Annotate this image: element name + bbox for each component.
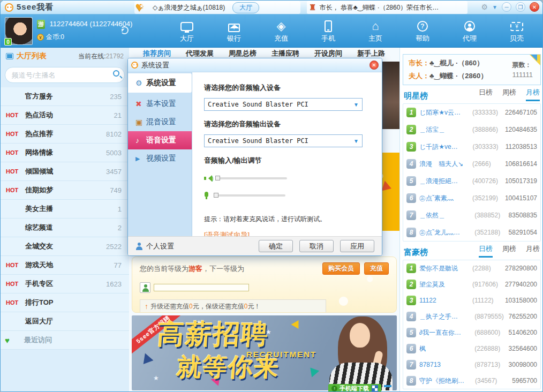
dialog-nav-video[interactable]: 视频设置 xyxy=(128,149,192,168)
microphone-volume-slider[interactable] xyxy=(216,194,285,197)
sidebar-item-beauty-city[interactable]: HOT倾国倾城3457 xyxy=(1,162,129,181)
dialog-nav-system[interactable]: 系统设置 xyxy=(128,73,192,93)
dialog-nav-voice[interactable]: 语音设置 xyxy=(128,131,192,149)
speaker-volume-slider[interactable] xyxy=(217,177,287,179)
main-area: 大厅列表 当前在线:21792 官方服务235 HOT热点活动21 HOT热点推… xyxy=(1,48,543,392)
ok-button[interactable]: 确定 xyxy=(259,240,293,252)
settings-gear-icon[interactable] xyxy=(481,3,488,11)
nav-item-help[interactable]: ? 帮助 xyxy=(399,14,446,48)
mayor-line: 市长： ♣‿棍儿 ·（860） xyxy=(409,57,487,70)
rank-row: 1爱你不是聽说(2288)278290800 xyxy=(403,260,540,276)
nav-item-home[interactable]: ⌂ 主页 xyxy=(352,14,399,48)
tab-anchor-apply[interactable]: 主播应聘 xyxy=(272,49,299,58)
right-panel: 市长： ♣‿棍儿 ·（860） 夫人： ♣‿蝴蝶 ·（2860） 票数： 111… xyxy=(399,48,543,392)
mayor-box: 市长： ♣‿棍儿 ·（860） 夫人： ♣‿蝴蝶 ·（2860） 票数： 111… xyxy=(403,54,541,85)
rich-rank-title: 富豪榜 xyxy=(404,247,428,258)
star-tab-daily[interactable]: 日榜 xyxy=(479,88,493,101)
tab-recommend-rooms[interactable]: 推荐房间 xyxy=(143,49,171,58)
dialog-footer: 个人设置 确定 取消 应用 xyxy=(128,236,382,255)
sidebar-item-back-lobby[interactable]: 返回大厅 xyxy=(1,312,129,331)
sidebar-item-hot-recommend[interactable]: HOT热点推荐8102 xyxy=(1,125,129,144)
banner-model-image xyxy=(315,316,396,390)
recruitment-banner[interactable]: 5see官方招聘 高薪招聘 RECRUITMENT 就等你来 xyxy=(132,315,397,390)
rich-tab-daily[interactable]: 日榜 xyxy=(479,244,493,258)
apply-button[interactable]: 应用 xyxy=(340,240,374,252)
level-progress-bar xyxy=(154,284,249,291)
nav-item-recharge[interactable]: ◈ 充值 xyxy=(258,14,305,48)
star-tab-monthly[interactable]: 月榜 xyxy=(526,88,540,101)
rich-tab-weekly[interactable]: 周榜 xyxy=(502,244,516,258)
sidebar-item-recent[interactable]: 最近访问 xyxy=(1,331,129,350)
video-icon xyxy=(135,155,146,162)
nav-item-lobby[interactable]: 大厅 xyxy=(163,14,210,48)
up-arrow-icon xyxy=(145,302,148,311)
nav-item-agent[interactable]: 代理 xyxy=(446,14,493,48)
close-button[interactable] xyxy=(530,2,539,12)
dropdown-caret-icon xyxy=(353,138,359,144)
sidebar-item-official[interactable]: 官方服务235 xyxy=(1,87,129,106)
sidebar-item-friends[interactable]: 全城交友2522 xyxy=(1,237,129,256)
rank-row: 311122(11122)103158000 xyxy=(403,292,540,308)
channel-list: 官方服务235 HOT热点活动21 HOT热点推荐8102 HOT网络情缘500… xyxy=(1,87,129,350)
nav-item-shell[interactable]: 贝壳 xyxy=(493,14,540,48)
content-tabs: 推荐房间 代理发展 周星总榜 主播应聘 开设房间 新手上路 xyxy=(129,48,399,58)
refresh-icon[interactable] xyxy=(120,26,129,34)
star-rank-title: 明星榜 xyxy=(404,91,428,101)
recharge-button[interactable]: 充值 xyxy=(364,262,389,275)
microphone-volume-row xyxy=(204,191,370,200)
app-title: 5see我看 xyxy=(17,2,54,12)
sidebar-item-variety[interactable]: 综艺频道2 xyxy=(1,218,129,237)
personal-settings-label[interactable]: 个人设置 xyxy=(146,242,174,251)
carousel-dot[interactable] xyxy=(384,385,391,387)
search-icon[interactable] xyxy=(113,70,119,77)
dialog-nav-basic[interactable]: 基本设置 xyxy=(128,95,192,113)
sidebar-item-hot-activity[interactable]: HOT热点活动21 xyxy=(1,106,129,125)
avatar[interactable]: 0 xyxy=(5,17,33,45)
guest-avatar-icon xyxy=(140,282,150,293)
sidebar-item-mobile-zone[interactable]: HOT手机专区1623 xyxy=(1,275,129,293)
tab-newbie-guide[interactable]: 新手上路 xyxy=(357,49,385,58)
minimize-button[interactable] xyxy=(502,2,511,12)
slider-handle[interactable] xyxy=(215,176,220,180)
room-segment: ◇ぁ浪漫梦之城ぁ(10818) 大厅 xyxy=(134,1,300,14)
output-device-label: 请选择您的音频输出设备 xyxy=(204,119,370,129)
search-input[interactable] xyxy=(5,67,125,83)
chevron-down-icon[interactable] xyxy=(492,4,497,10)
rank-row: 5＿浪漫拒絕…(400726)105017319 xyxy=(403,172,540,190)
mobile-download-tab[interactable]: 手机端下载 xyxy=(328,384,381,392)
tab-open-room[interactable]: 开设房间 xyxy=(314,49,342,58)
download-arrow-icon xyxy=(331,386,337,391)
sidebar-item-dream[interactable]: HOT佳期如梦749 xyxy=(1,181,129,200)
sidebar-title: 大厅列表 xyxy=(17,51,47,61)
list-icon xyxy=(6,53,13,59)
room-thumbnail[interactable] xyxy=(381,62,399,129)
tab-weekly-star[interactable]: 周星总榜 xyxy=(229,49,257,58)
input-device-select[interactable]: Creative Sound Blaster PCI xyxy=(204,98,363,111)
slider-handle[interactable] xyxy=(214,193,218,198)
sidebar-item-ranking[interactable]: HOT排行TOP xyxy=(1,293,129,312)
buy-member-button[interactable]: 购买会员 xyxy=(322,262,360,275)
title-bar: 5see我看 ◇ぁ浪漫梦之城ぁ(10818) 大厅 市长， 恭喜♣‿蝴蝶 ·（2… xyxy=(1,1,542,14)
cancel-button[interactable]: 取消 xyxy=(299,240,334,252)
promo-thumbnail[interactable] xyxy=(380,153,399,231)
level-badge: 0 xyxy=(4,38,12,46)
hall-icon xyxy=(180,19,193,34)
dialog-nav-mixer[interactable]: 混音设置 xyxy=(128,113,192,131)
heart-icon xyxy=(5,336,20,345)
sidebar-item-anchor[interactable]: 美女主播1 xyxy=(1,200,129,218)
sidebar-item-games[interactable]: HOT游戏天地77 xyxy=(1,256,129,275)
tab-agent-develop[interactable]: 代理发展 xyxy=(186,49,214,58)
dialog-title-bar: 系统设置 xyxy=(128,58,382,72)
nav-item-bank[interactable]: 银行 xyxy=(210,14,258,48)
star-rank-header: 明星榜 日榜 周榜 月榜 xyxy=(403,85,541,103)
star-tab-weekly[interactable]: 周榜 xyxy=(502,88,516,101)
rich-tab-monthly[interactable]: 月榜 xyxy=(526,244,540,258)
folded-corner-icon xyxy=(530,55,540,65)
nav-item-mobile[interactable]: 手机 xyxy=(305,14,352,48)
dialog-close-button[interactable] xyxy=(369,61,379,70)
sidebar-item-romance[interactable]: HOT网络情缘5003 xyxy=(1,144,129,162)
output-device-select[interactable]: Creative Sound Blaster PCI xyxy=(204,134,363,147)
lobby-button[interactable]: 大厅 xyxy=(232,2,259,13)
restore-button[interactable] xyxy=(516,2,525,12)
gear-icon xyxy=(135,79,146,87)
